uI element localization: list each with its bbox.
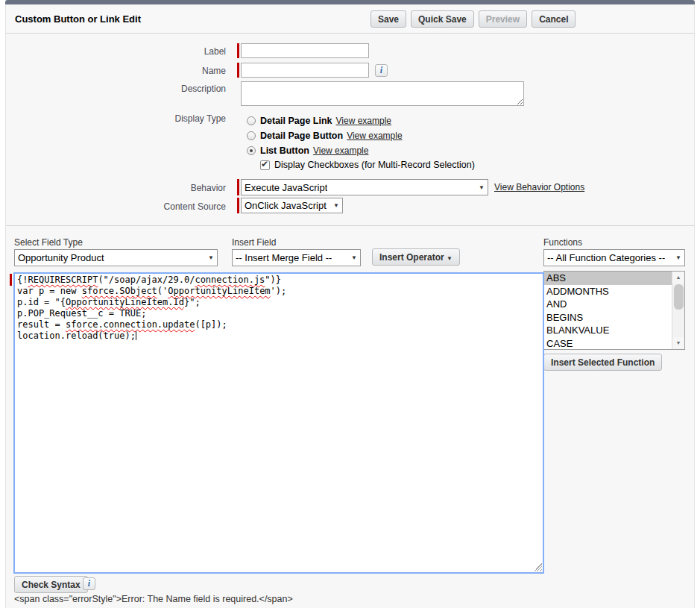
function-categories-select-value: -- All Function Categories --	[547, 252, 665, 263]
scroll-down-icon[interactable]: ▼	[672, 337, 684, 349]
scrollbar-thumb[interactable]	[674, 284, 684, 310]
code-editor-content: {!REQUIRESCRIPT("/soap/ajax/29.0/connect…	[15, 274, 543, 342]
behavior-select[interactable]: Execute JavaScript ▼	[241, 179, 488, 195]
scroll-up-icon[interactable]: ▲	[672, 272, 684, 283]
insert-operator-button[interactable]: Insert Operator ▼	[372, 248, 460, 266]
function-option[interactable]: ADDMONTHS	[544, 285, 672, 298]
functions-listbox: ABSADDMONTHSANDBEGINSBLANKVALUECASE ▲ ▼	[543, 271, 685, 350]
chevron-down-icon: ▼	[204, 254, 214, 261]
check-syntax-button[interactable]: Check Syntax	[14, 576, 88, 593]
display-checkboxes-checkbox[interactable]	[260, 160, 270, 170]
label-input[interactable]	[241, 43, 369, 58]
label-field-label: Label	[51, 46, 226, 57]
insert-merge-field-select[interactable]: -- Insert Merge Field -- ▼	[232, 249, 361, 266]
radio-option-label: Detail Page Button	[260, 131, 343, 141]
function-option[interactable]: CASE	[544, 337, 672, 350]
description-field-label: Description	[51, 84, 226, 94]
radio-option-label: List Button	[260, 145, 309, 156]
display-type-option: Detail Page LinkView example	[247, 113, 403, 128]
insert-field-label: Insert Field	[232, 237, 276, 248]
view-example-link[interactable]: View example	[313, 145, 368, 156]
function-option[interactable]: AND	[544, 298, 672, 311]
required-indicator	[237, 179, 239, 195]
info-icon[interactable]: i	[83, 577, 95, 590]
radio-button[interactable]	[247, 146, 256, 155]
chevron-down-icon: ▼	[671, 254, 681, 261]
functions-list: ABSADDMONTHSANDBEGINSBLANKVALUECASE	[544, 272, 672, 349]
function-option[interactable]: ABS	[544, 272, 672, 285]
radio-button[interactable]	[247, 131, 256, 140]
display-type-option: List ButtonView example	[247, 143, 403, 158]
listbox-scrollbar[interactable]: ▲ ▼	[672, 272, 684, 349]
required-indicator	[237, 198, 239, 213]
save-button[interactable]: Save	[371, 10, 406, 28]
content-source-select-value: OnClick JavaScript	[245, 200, 327, 211]
chevron-down-icon: ▼	[447, 255, 453, 262]
preview-button: Preview	[479, 10, 527, 28]
field-type-select-value: Opportunity Product	[18, 252, 104, 263]
insert-selected-function-button[interactable]: Insert Selected Function	[543, 354, 662, 371]
chevron-down-icon: ▼	[329, 202, 339, 209]
cancel-button[interactable]: Cancel	[532, 10, 576, 28]
function-categories-select[interactable]: -- All Function Categories -- ▼	[543, 249, 685, 266]
required-indicator	[10, 274, 12, 286]
page-header: Custom Button or Link Edit SaveQuick Sav…	[6, 4, 694, 34]
required-indicator	[237, 43, 239, 58]
page-title: Custom Button or Link Edit	[15, 4, 141, 34]
chevron-down-icon: ▼	[347, 254, 357, 261]
display-type-option: Detail Page ButtonView example	[247, 128, 403, 143]
display-checkboxes-row: Display Checkboxes (for Multi-Record Sel…	[260, 160, 475, 170]
error-message: <span class="errorStyle">Error: The Name…	[14, 594, 293, 604]
content-source-select[interactable]: OnClick JavaScript ▼	[241, 198, 343, 213]
resize-handle-icon[interactable]	[534, 563, 542, 571]
main-panel: Custom Button or Link Edit SaveQuick Sav…	[5, 4, 695, 608]
view-example-link[interactable]: View example	[347, 131, 402, 141]
behavior-label: Behavior	[51, 183, 226, 193]
header-button-group: SaveQuick SavePreviewCancel	[371, 10, 576, 28]
name-input[interactable]	[241, 63, 369, 78]
view-behavior-options-link[interactable]: View Behavior Options	[494, 182, 584, 192]
info-icon[interactable]: i	[375, 64, 388, 77]
text-cursor	[136, 331, 136, 340]
function-option[interactable]: BEGINS	[544, 311, 672, 325]
content-source-label: Content Source	[51, 201, 226, 212]
name-field-label: Name	[51, 66, 226, 76]
radio-option-label: Detail Page Link	[260, 116, 332, 126]
display-checkboxes-label: Display Checkboxes (for Multi-Record Sel…	[274, 160, 475, 170]
required-indicator	[237, 63, 239, 78]
page: Custom Button or Link Edit SaveQuick Sav…	[0, 0, 700, 608]
functions-label: Functions	[543, 237, 582, 248]
select-field-type-label: Select Field Type	[14, 237, 83, 248]
insert-merge-field-select-value: -- Insert Merge Field --	[236, 252, 332, 263]
chevron-down-icon: ▼	[474, 184, 485, 191]
display-type-label: Display Type	[51, 113, 226, 124]
radio-button[interactable]	[247, 116, 256, 125]
field-type-select[interactable]: Opportunity Product ▼	[14, 249, 218, 266]
function-option[interactable]: BLANKVALUE	[544, 324, 672, 337]
behavior-select-value: Execute JavaScript	[245, 182, 327, 193]
insert-operator-label: Insert Operator	[379, 252, 444, 263]
view-example-link[interactable]: View example	[336, 116, 391, 126]
display-type-options: Detail Page LinkView exampleDetail Page …	[247, 113, 403, 158]
description-textarea[interactable]	[241, 81, 524, 106]
section-divider	[6, 225, 694, 226]
quick-save-button[interactable]: Quick Save	[411, 10, 474, 28]
code-editor[interactable]: {!REQUIRESCRIPT("/soap/ajax/29.0/connect…	[13, 272, 544, 574]
